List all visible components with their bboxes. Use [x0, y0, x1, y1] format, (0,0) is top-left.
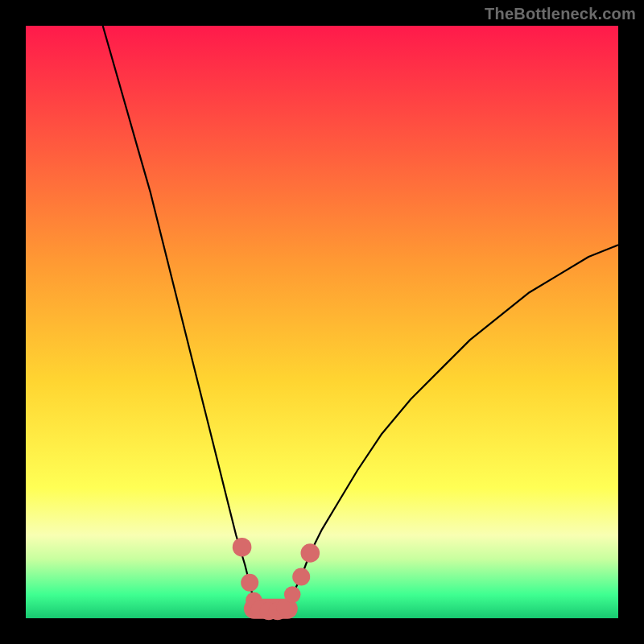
left-marker-a	[233, 538, 252, 557]
chart-frame: TheBottleneck.com	[0, 0, 644, 644]
right-marker-a	[284, 586, 301, 603]
right-marker-b	[292, 568, 310, 586]
series-right-branch	[287, 245, 618, 606]
curve-layer	[26, 26, 618, 618]
left-marker-b	[241, 574, 258, 592]
series-left-branch	[103, 26, 254, 601]
right-marker-c	[301, 543, 320, 563]
watermark-label: TheBottleneck.com	[485, 5, 636, 23]
plot-area	[26, 26, 618, 618]
